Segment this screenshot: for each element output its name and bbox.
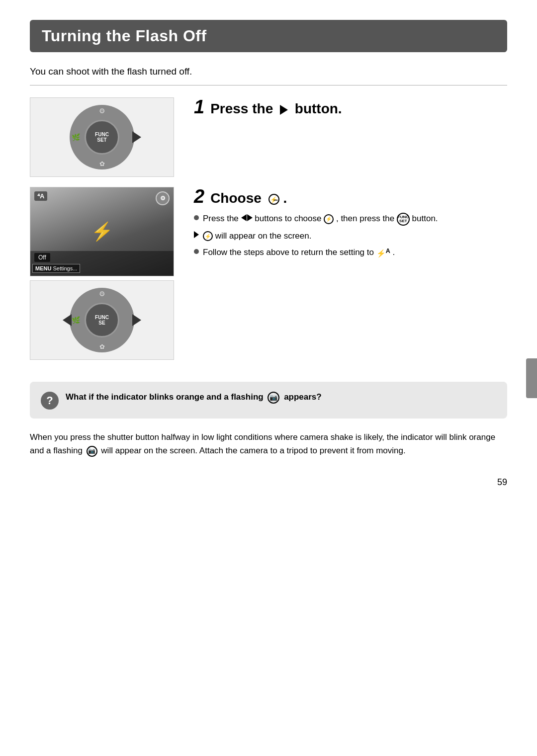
question-icon: ? [41, 392, 59, 410]
shake-icon-inline: 📷 [268, 392, 279, 404]
bullet-item-1: Press the buttons to choose ⚡ , then pre… [194, 212, 507, 226]
step2-images: ⁴A ⚡ ⚙ Off MENU Settings... [30, 187, 179, 360]
info-box: ? What if the indicator blinks orange an… [30, 382, 507, 419]
page-number: 59 [497, 477, 507, 487]
right-arrow-indicator-2 [132, 314, 141, 326]
bullet3-text: Follow the steps above to return the set… [203, 246, 395, 259]
func-set-label: FUNCSET [95, 132, 109, 143]
step2-heading: 2 Choose ⚡̶ . [194, 187, 507, 206]
dial-diagram: ⚙ ✿ 🌿 FUNCSET [70, 105, 134, 169]
step1-press-the: Press the [210, 101, 273, 116]
menu-settings-label: MENU Settings... [32, 264, 80, 273]
bullet-item-3: Follow the steps above to return the set… [194, 246, 507, 259]
settings-badge: ⚙ [156, 191, 170, 205]
scene-photo: ⁴A ⚡ ⚙ Off MENU Settings... [30, 187, 174, 276]
page-subtitle: You can shoot with the flash turned off. [30, 66, 507, 77]
bullet1-text: Press the buttons to choose ⚡ , then pre… [203, 212, 438, 226]
bullet-arrow-2 [194, 231, 199, 238]
bullet-dot-3 [194, 249, 199, 254]
bullet3-follow: Follow the steps above to return the set… [203, 248, 376, 257]
flash-auto-badge: ⁴A [34, 191, 47, 201]
flash-off-symbol: ⚡̶ [268, 194, 279, 205]
flash-off-choose-icon: ⚡ [324, 214, 334, 224]
body-text-part2: will appear on the screen. Attach the ca… [101, 446, 405, 455]
bullet1-press: Press the [203, 214, 241, 223]
step2-choose-label: Choose [210, 190, 262, 206]
off-label: Off [34, 253, 50, 262]
main-content: ⚙ ✿ 🌿 FUNCSET 1 [30, 97, 507, 370]
bullet2-will-appear: will appear on the screen. [215, 231, 312, 241]
page-tab-indicator [526, 358, 537, 398]
settings-text: Settings... [53, 265, 77, 271]
bullet1-button: button. [412, 214, 438, 223]
right-arrow-indicator [132, 131, 141, 143]
flash-icon-center: ⚡ [91, 221, 113, 242]
step1-row: ⚙ ✿ 🌿 FUNCSET 1 [30, 97, 507, 177]
step1-button-label: button. [295, 101, 342, 116]
flash-auto-return-icon: ⚡A [376, 249, 390, 257]
step1-number: 1 [194, 97, 204, 116]
step2-instructions: 2 Choose ⚡̶ . Press the [194, 187, 507, 263]
bullet1-choose: buttons to choose [255, 214, 324, 223]
body-text: When you press the shutter button halfwa… [30, 430, 507, 457]
info-box-text: What if the indicator blinks orange and … [66, 391, 322, 404]
bullet3-period: . [392, 248, 395, 257]
dial-outer-ring-2: ⚙ ✿ 🌿 FUNCSE [70, 288, 134, 352]
step1-title: Press the button. [210, 101, 342, 117]
divider [30, 85, 507, 85]
step2-dial-image: ⚙ ✿ 🌿 FUNCSE [30, 280, 174, 360]
step1-dial-image: ⚙ ✿ 🌿 FUNCSET [30, 97, 174, 177]
step2-body: Press the buttons to choose ⚡ , then pre… [194, 212, 507, 259]
lr-arrow-icons [241, 214, 253, 221]
func-set-button-2[interactable]: FUNCSE [85, 303, 119, 337]
info-question: What if the indicator blinks orange and … [66, 392, 264, 402]
page-number-container: 59 [30, 477, 507, 488]
func-set-label-2: FUNCSE [95, 315, 109, 326]
menu-text: MENU [35, 265, 51, 271]
left-arrow-small [241, 214, 247, 221]
step2-title: Choose ⚡̶ . [210, 190, 287, 206]
info-question-end: appears? [284, 392, 322, 402]
step2-row: ⁴A ⚡ ⚙ Off MENU Settings... [30, 187, 507, 360]
bullet-item-2: ⚡ will appear on the screen. [194, 230, 507, 243]
dial-diagram-2: ⚙ ✿ 🌿 FUNCSE [70, 288, 134, 352]
func-set-icon: FUNCSET [397, 213, 410, 226]
dial-outer-ring: ⚙ ✿ 🌿 FUNCSET [70, 105, 134, 169]
right-arrow-small [247, 214, 253, 221]
step1-images: ⚙ ✿ 🌿 FUNCSET [30, 97, 179, 177]
bullet-dot-1 [194, 215, 199, 220]
shake-icon-body: 📷 [87, 446, 97, 457]
step1-heading: 1 Press the button. [194, 97, 507, 117]
step2-number: 2 [194, 187, 204, 206]
step1-instructions: 1 Press the button. [194, 97, 507, 123]
right-arrow-icon [280, 105, 288, 115]
page-title: Turning the Flash Off [42, 27, 495, 45]
bullet2-text: ⚡ will appear on the screen. [203, 230, 311, 243]
page-title-bar: Turning the Flash Off [30, 20, 507, 52]
scene-background: ⁴A ⚡ ⚙ Off MENU Settings... [30, 187, 174, 276]
left-arrow-indicator [63, 314, 72, 326]
func-set-button[interactable]: FUNCSET [85, 120, 119, 155]
flash-off-icon-2: ⚡ [203, 231, 213, 241]
bullet1-then: , then press the [336, 214, 397, 223]
